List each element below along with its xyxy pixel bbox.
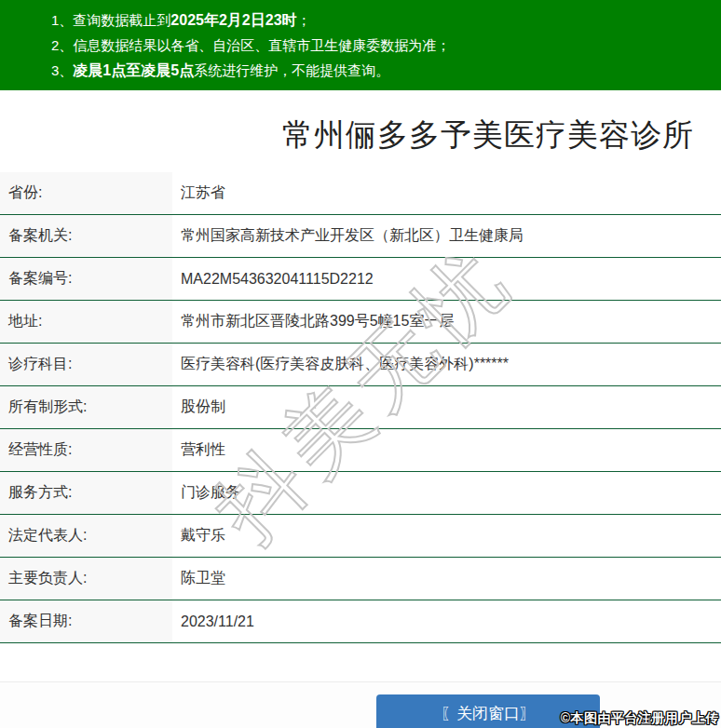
row-label: 服务方式: xyxy=(0,472,172,514)
row-label: 地址: xyxy=(0,301,172,343)
row-value: 戴守乐 xyxy=(172,526,225,546)
info-table: 省份: 江苏省 备案机关: 常州国家高新技术产业开发区（新北区）卫生健康局 备案… xyxy=(0,172,721,643)
table-row-operating-nature: 经营性质: 营利性 xyxy=(0,429,721,472)
notice-line-3: 3、凌晨1点至凌晨5点系统进行维护，不能提供查询。 xyxy=(51,58,721,83)
row-label: 经营性质: xyxy=(0,429,172,471)
notice-line-3-bold: 凌晨1点至凌晨5点 xyxy=(73,62,194,78)
title-section: 常州俪多多予美医疗美容诊所 xyxy=(0,90,721,172)
row-value: 2023/11/21 xyxy=(172,613,254,630)
row-label: 主要负责人: xyxy=(0,558,172,600)
row-value: 常州国家高新技术产业开发区（新北区）卫生健康局 xyxy=(172,226,524,246)
row-label: 法定代表人: xyxy=(0,515,172,557)
close-window-button[interactable]: 〖关闭窗口〗 xyxy=(376,694,600,728)
row-value: 营利性 xyxy=(172,440,225,460)
notice-line-3-suffix: 系统进行维护，不能提供查询。 xyxy=(194,62,389,78)
notice-line-1-text: 1、查询数据截止到 xyxy=(51,12,170,28)
notice-line-1-bold: 2025年2月2日23时 xyxy=(170,12,296,28)
table-row-treatment-subjects: 诊疗科目: 医疗美容科(医疗美容皮肤科、医疗美容外科)****** xyxy=(0,344,721,386)
row-label: 备案编号: xyxy=(0,258,172,300)
row-value: 常州市新北区晋陵北路399号5幢15室一层 xyxy=(172,312,454,331)
table-row-address: 地址: 常州市新北区晋陵北路399号5幢15室一层 xyxy=(0,301,721,344)
page-title: 常州俪多多予美医疗美容诊所 xyxy=(0,115,721,156)
table-row-filing-number: 备案编号: MA22M543632041115D2212 xyxy=(0,258,721,301)
query-result-page: 1、查询数据截止到2025年2月2日23时； 2、信息数据结果以各省、自治区、直… xyxy=(0,0,721,728)
row-value: 门诊服务 xyxy=(172,483,240,503)
notice-line-2: 2、信息数据结果以各省、自治区、直辖市卫生健康委数据为准； xyxy=(51,33,721,58)
row-label: 省份: xyxy=(0,172,172,214)
row-value: 医疗美容科(医疗美容皮肤科、医疗美容外科)****** xyxy=(172,355,509,374)
table-row-legal-representative: 法定代表人: 戴守乐 xyxy=(0,515,721,558)
row-label: 备案日期: xyxy=(0,600,172,642)
row-label: 诊疗科目: xyxy=(0,344,172,385)
notice-line-1: 1、查询数据截止到2025年2月2日23时； xyxy=(51,7,721,33)
table-row-ownership-form: 所有制形式: 股份制 xyxy=(0,386,721,429)
table-row-service-mode: 服务方式: 门诊服务 xyxy=(0,472,721,515)
row-value: 股份制 xyxy=(172,398,225,417)
notice-line-3-text: 3、 xyxy=(51,62,73,78)
table-row-principal: 主要负责人: 陈卫堂 xyxy=(0,558,721,600)
notice-line-2-text: 2、信息数据结果以各省、自治区、直辖市卫生健康委数据为准； xyxy=(51,37,450,53)
row-value: 江苏省 xyxy=(172,183,225,203)
notice-banner: 1、查询数据截止到2025年2月2日23时； 2、信息数据结果以各省、自治区、直… xyxy=(0,0,721,90)
content-canvas: 1、查询数据截止到2025年2月2日23时； 2、信息数据结果以各省、自治区、直… xyxy=(0,0,721,728)
notice-line-1-suffix: ； xyxy=(297,12,311,28)
footer-bar: 〖关闭窗口〗 xyxy=(0,681,721,728)
table-row-filing-authority: 备案机关: 常州国家高新技术产业开发区（新北区）卫生健康局 xyxy=(0,215,721,258)
row-value: MA22M543632041115D2212 xyxy=(172,271,374,288)
row-value: 陈卫堂 xyxy=(172,569,225,588)
table-row-province: 省份: 江苏省 xyxy=(0,172,721,215)
row-label: 所有制形式: xyxy=(0,386,172,428)
table-row-filing-date: 备案日期: 2023/11/21 xyxy=(0,600,721,643)
row-label: 备案机关: xyxy=(0,215,172,257)
